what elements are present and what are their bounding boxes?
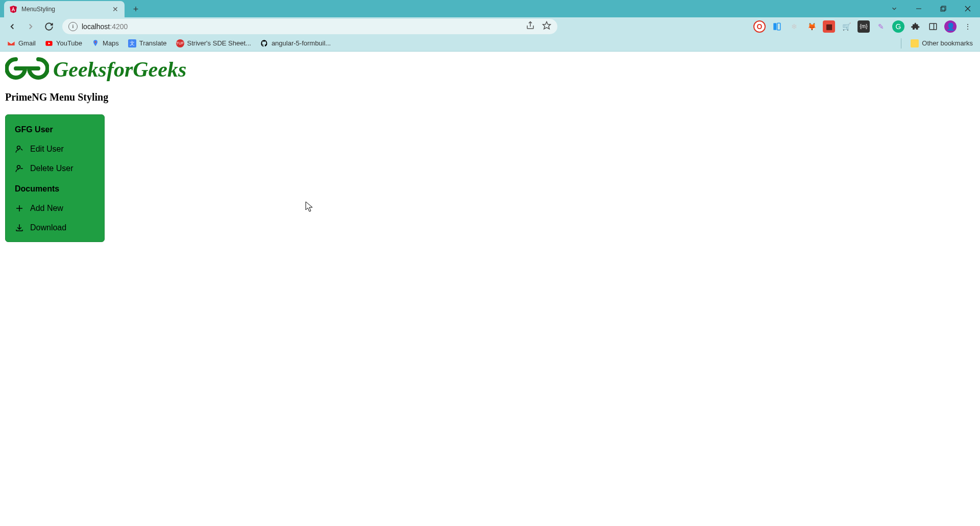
bookmark-translate[interactable]: 文 Translate <box>128 39 167 47</box>
menu-item-download[interactable]: Download <box>6 218 104 237</box>
profile-avatar[interactable]: 👤 <box>944 20 957 33</box>
menu-section-header: Documents <box>6 178 104 199</box>
bookmark-label: angular-5-formbuil... <box>272 39 331 47</box>
back-button[interactable] <box>4 18 20 35</box>
bookmark-youtube[interactable]: YouTube <box>45 39 82 47</box>
svg-rect-4 <box>942 6 946 10</box>
tab-close-icon[interactable]: ✕ <box>111 5 119 13</box>
user-minus-icon <box>15 164 24 173</box>
bookmark-label: Translate <box>139 39 167 47</box>
svg-point-16 <box>17 146 20 149</box>
svg-point-17 <box>17 165 20 169</box>
browser-tab[interactable]: MenuStyling ✕ <box>4 1 125 17</box>
svg-rect-3 <box>941 7 945 11</box>
plus-icon <box>15 204 24 213</box>
user-edit-icon <box>15 145 24 154</box>
bookmark-label: YouTube <box>56 39 82 47</box>
svg-point-15 <box>95 41 96 43</box>
bookmark-maps[interactable]: Maps <box>91 39 119 47</box>
bookmark-striver[interactable]: TUF Striver's SDE Sheet... <box>176 39 251 47</box>
other-bookmarks-label: Other bookmarks <box>922 39 973 47</box>
bookmarks-bar: Gmail YouTube Maps 文 Translate TUF Striv… <box>0 35 980 52</box>
divider <box>901 38 901 49</box>
menu-section-header: GFG User <box>6 119 104 139</box>
bookmark-label: Maps <box>103 39 119 47</box>
chevron-down-icon[interactable] <box>887 2 901 16</box>
menu-button[interactable]: ⋮ <box>962 20 974 33</box>
browser-toolbar: i localhost:4200 O ❄ 🦊 ▦ 🛒 {m} ✎ G 👤 ⋮ <box>0 17 980 35</box>
bookmark-gmail[interactable]: Gmail <box>7 39 36 47</box>
bookmark-angular[interactable]: angular-5-formbuil... <box>260 39 331 47</box>
svg-rect-9 <box>773 23 776 30</box>
url-host: localhost <box>82 22 110 31</box>
side-panel-icon[interactable] <box>927 20 939 33</box>
maximize-button[interactable] <box>936 2 950 16</box>
extension-icon-4[interactable]: 🦊 <box>805 20 818 33</box>
gmail-icon <box>7 39 15 47</box>
bookmark-label: Gmail <box>18 39 36 47</box>
logo-text: GeeksforGeeks <box>53 57 186 82</box>
extension-icon-1[interactable]: O <box>753 20 766 33</box>
extension-icon-3[interactable]: ❄ <box>788 20 800 33</box>
extension-icon-2[interactable] <box>771 20 783 33</box>
maps-icon <box>91 39 100 47</box>
bookmark-star-icon[interactable] <box>542 21 551 32</box>
translate-icon: 文 <box>128 39 136 47</box>
extensions-button[interactable] <box>910 20 922 33</box>
svg-marker-8 <box>543 21 551 29</box>
share-icon[interactable] <box>526 21 535 32</box>
github-icon <box>260 39 268 47</box>
address-bar[interactable]: i localhost:4200 <box>62 19 557 34</box>
tab-bar: MenuStyling ✕ + <box>0 0 980 17</box>
tab-title: MenuStyling <box>21 6 107 13</box>
youtube-icon <box>45 39 53 47</box>
svg-rect-10 <box>777 23 780 30</box>
svg-rect-11 <box>929 23 937 30</box>
folder-icon <box>911 39 919 47</box>
page-content: GeeksforGeeks PrimeNG Menu Styling GFG U… <box>0 52 980 247</box>
other-bookmarks[interactable]: Other bookmarks <box>911 39 973 47</box>
site-info-icon[interactable]: i <box>68 22 78 31</box>
menu-item-delete-user[interactable]: Delete User <box>6 159 104 178</box>
page-subtitle: PrimeNG Menu Styling <box>5 91 975 103</box>
menu-item-label: Add New <box>30 204 63 213</box>
extension-icon-8[interactable]: ✎ <box>875 20 887 33</box>
download-icon <box>15 223 24 232</box>
extension-icon-6[interactable]: 🛒 <box>840 20 852 33</box>
menu-item-label: Download <box>30 223 66 232</box>
extension-icon-5[interactable]: ▦ <box>823 20 835 33</box>
menu-item-edit-user[interactable]: Edit User <box>6 139 104 159</box>
forward-button[interactable] <box>22 18 39 35</box>
menu-item-label: Delete User <box>30 164 73 173</box>
gfg-logo-icon <box>5 57 49 82</box>
striver-icon: TUF <box>176 39 184 47</box>
minimize-button[interactable] <box>912 2 926 16</box>
menu-item-label: Edit User <box>30 145 64 154</box>
primeng-menu: GFG User Edit User Delete User Documents… <box>5 114 105 242</box>
logo-row: GeeksforGeeks <box>5 57 975 82</box>
bookmark-label: Striver's SDE Sheet... <box>187 39 251 47</box>
new-tab-button[interactable]: + <box>129 2 143 16</box>
extension-icon-7[interactable]: {m} <box>857 20 870 33</box>
angular-favicon-icon <box>9 5 17 13</box>
url-port: :4200 <box>110 22 128 31</box>
menu-item-add-new[interactable]: Add New <box>6 199 104 218</box>
reload-button[interactable] <box>41 18 57 35</box>
close-window-button[interactable] <box>961 2 975 16</box>
extension-icon-9[interactable]: G <box>892 20 904 33</box>
